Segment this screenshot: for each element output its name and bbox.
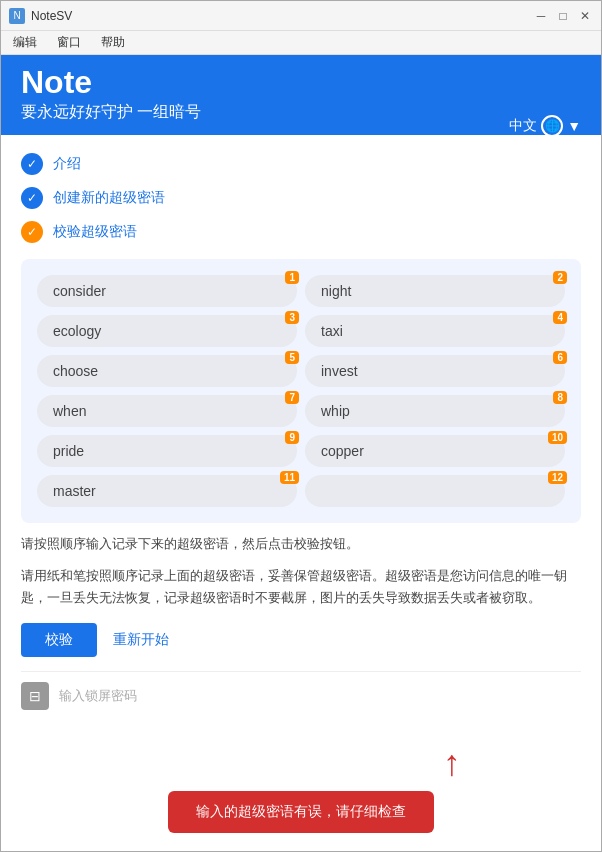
word-cell: pride9 [37, 435, 297, 467]
main-content: ✓ 介绍 ✓ 创建新的超级密语 ✓ 校验超级密语 consider1night2… [1, 135, 601, 851]
word-cell: choose5 [37, 355, 297, 387]
step-2-label: 创建新的超级密语 [53, 189, 165, 207]
lock-icon: ⊟ [21, 682, 49, 710]
word-number-badge: 6 [553, 351, 567, 364]
step-2-check: ✓ [21, 187, 43, 209]
word-number-badge: 9 [285, 431, 299, 444]
globe-icon: 🌐 [541, 115, 563, 137]
app-icon: N [9, 8, 25, 24]
word-number-badge: 3 [285, 311, 299, 324]
header-subtitle: 要永远好好守护 一组暗号 [21, 102, 581, 123]
step-3: ✓ 校验超级密语 [21, 215, 581, 249]
word-number-badge: 2 [553, 271, 567, 284]
word-cell: taxi4 [305, 315, 565, 347]
desc-text-2: 请用纸和笔按照顺序记录上面的超级密语，妥善保管超级密语。超级密语是您访问信息的唯… [21, 565, 581, 609]
word-cell: invest6 [305, 355, 565, 387]
word-grid: consider1night2ecology3taxi4choose5inves… [37, 275, 565, 507]
app-name: Note [21, 65, 581, 100]
close-button[interactable]: ✕ [577, 8, 593, 24]
menu-edit[interactable]: 编辑 [9, 32, 41, 53]
error-arrow: ↓ [443, 747, 461, 789]
lock-placeholder[interactable]: 输入锁屏密码 [59, 687, 137, 705]
lock-input-row: ⊟ 输入锁屏密码 [21, 671, 581, 720]
word-cell: copper10 [305, 435, 565, 467]
word-number-badge: 8 [553, 391, 567, 404]
step-2: ✓ 创建新的超级密语 [21, 181, 581, 215]
verify-button[interactable]: 校验 [21, 623, 97, 657]
maximize-button[interactable]: □ [555, 8, 571, 24]
action-buttons: 校验 重新开始 [21, 623, 581, 657]
header-area: Note 要永远好好守护 一组暗号 中文 🌐 ▼ [1, 55, 601, 135]
step-1-label: 介绍 [53, 155, 81, 173]
word-cell: master11 [37, 475, 297, 507]
step-3-label: 校验超级密语 [53, 223, 137, 241]
word-number-badge: 1 [285, 271, 299, 284]
word-number-badge: 12 [548, 471, 567, 484]
title-bar: N NoteSV ─ □ ✕ [1, 1, 601, 31]
error-toast: 输入的超级密语有误，请仔细检查 [168, 791, 434, 833]
title-bar-controls: ─ □ ✕ [533, 8, 593, 24]
word-cell: whip8 [305, 395, 565, 427]
lang-dropdown-arrow: ▼ [567, 118, 581, 134]
word-number-badge: 7 [285, 391, 299, 404]
step-1: ✓ 介绍 [21, 147, 581, 181]
word-number-badge: 11 [280, 471, 299, 484]
minimize-button[interactable]: ─ [533, 8, 549, 24]
word-cell: ecology3 [37, 315, 297, 347]
word-cell: night2 [305, 275, 565, 307]
menu-help[interactable]: 帮助 [97, 32, 129, 53]
desc-text-1: 请按照顺序输入记录下来的超级密语，然后点击校验按钮。 [21, 533, 581, 555]
word-cell: consider1 [37, 275, 297, 307]
word-cell: when7 [37, 395, 297, 427]
menu-window[interactable]: 窗口 [53, 32, 85, 53]
lang-label: 中文 [509, 117, 537, 135]
menu-bar: 编辑 窗口 帮助 [1, 31, 601, 55]
title-bar-text: NoteSV [31, 9, 533, 23]
restart-button[interactable]: 重新开始 [113, 631, 169, 649]
word-number-badge: 10 [548, 431, 567, 444]
word-number-badge: 5 [285, 351, 299, 364]
step-1-check: ✓ [21, 153, 43, 175]
language-selector[interactable]: 中文 🌐 ▼ [509, 115, 581, 137]
step-3-check: ✓ [21, 221, 43, 243]
word-number-badge: 4 [553, 311, 567, 324]
app-window: N NoteSV ─ □ ✕ 编辑 窗口 帮助 Note 要永远好好守护 一组暗… [0, 0, 602, 852]
word-cell-empty: 12 [305, 475, 565, 507]
word-grid-container: consider1night2ecology3taxi4choose5inves… [21, 259, 581, 523]
